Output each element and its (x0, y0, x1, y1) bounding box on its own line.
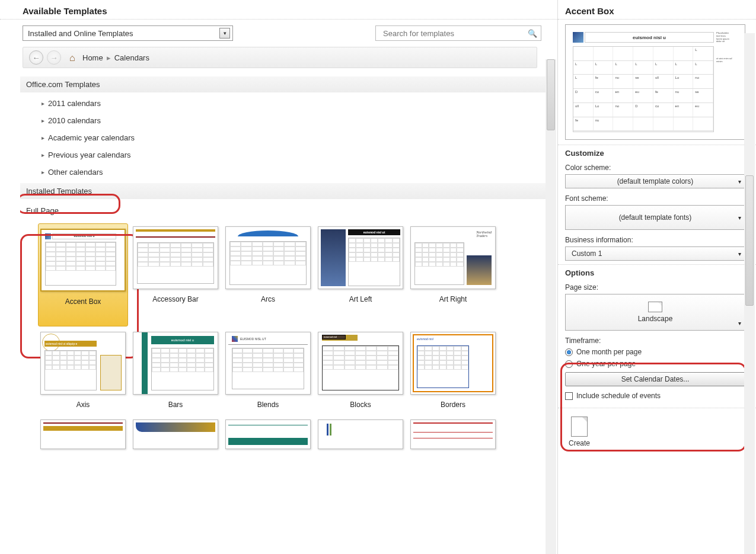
template-borders[interactable]: euismod nisl Borders (408, 329, 498, 414)
template-label: Bars (168, 398, 183, 411)
search-box[interactable]: 🔍 (375, 25, 541, 41)
template-bars[interactable]: euismod nisl u Bars (130, 329, 221, 414)
template-thumb: euismod nisl (318, 332, 403, 395)
create-label: Create (569, 439, 590, 447)
template-accessory-bar[interactable]: Accessory Bar (130, 223, 221, 326)
template-label: Axis (76, 398, 90, 411)
search-input[interactable] (382, 28, 524, 39)
tree-item-2010[interactable]: 2010 calendars (20, 112, 546, 129)
template-row3-1[interactable] (38, 417, 128, 452)
details-title: Accent Box (558, 0, 756, 20)
template-thumb: EUISMOD NISL UT (225, 332, 311, 395)
breadcrumb-current[interactable]: Calendars (114, 53, 149, 62)
template-source-value: Installed and Online Templates (28, 29, 133, 38)
template-thumb: euismod nisl ut aliquip e (40, 332, 126, 395)
template-axis[interactable]: euismod nisl ut aliquip e Axis (38, 329, 128, 414)
page-size-dropdown[interactable]: Landscape (565, 294, 745, 331)
template-row3-4[interactable] (315, 417, 406, 452)
installed-templates-header[interactable]: Installed Templates (20, 183, 546, 199)
preview-calendar-grid: L LLLLLLL LfenuseullLono Dcoeneufenuse u… (573, 46, 714, 132)
template-thumb: euismod nisl u (40, 229, 126, 292)
search-icon[interactable]: 🔍 (528, 29, 537, 38)
scrollbar-thumb[interactable] (745, 175, 754, 306)
checkbox-icon[interactable] (565, 392, 573, 400)
color-scheme-label: Color scheme: (558, 161, 756, 173)
business-info-dropdown[interactable]: Custom 1 (565, 246, 745, 261)
template-label: Art Left (349, 293, 372, 306)
template-source-dropdown[interactable]: Installed and Online Templates ▾ (23, 25, 233, 41)
forward-button[interactable]: → (47, 50, 61, 65)
include-events-checkbox[interactable]: Include schedule of events (558, 390, 756, 402)
template-label: Art Right (439, 293, 467, 306)
radio-one-month[interactable]: One month per page (558, 346, 756, 358)
template-thumb: euismod nisl (410, 332, 496, 395)
tree-item-other[interactable]: Other calendars (20, 164, 546, 181)
template-thumb: NorthwindTraders (410, 226, 496, 289)
left-scrollbar[interactable] (546, 59, 556, 554)
tree-item-academic[interactable]: Academic year calendars (20, 129, 546, 146)
radio-icon[interactable] (565, 360, 573, 368)
template-label: Accessory Bar (152, 293, 198, 306)
template-thumb: euismod nisl ut (318, 226, 403, 289)
scrollbar-thumb[interactable] (547, 59, 555, 130)
template-label: Blends (257, 398, 279, 411)
template-label: Blocks (350, 398, 371, 411)
template-label: Arcs (261, 293, 275, 306)
full-page-subheading: Full Page (20, 201, 546, 220)
template-label: Accent Box (65, 295, 101, 308)
tree-item-previous[interactable]: Previous year calendars (20, 146, 546, 164)
template-content: Office.com Templates 2011 calendars 2010… (20, 74, 546, 548)
breadcrumb-home[interactable]: Home (82, 53, 103, 62)
include-events-label: Include schedule of events (576, 392, 661, 400)
customize-heading: Customize (558, 145, 756, 161)
template-art-left[interactable]: euismod nisl ut Art Left (315, 223, 406, 326)
available-templates-heading: Available Templates (0, 0, 557, 20)
template-row3-5[interactable] (408, 417, 498, 452)
template-thumb (133, 226, 218, 289)
template-preview: euismod nisl u L LLLLLLL LfenuseullLono … (565, 24, 745, 140)
top-controls: Installed and Online Templates ▾ 🔍 (0, 20, 557, 47)
details-pane: Accent Box euismod nisl u L LLLLLLL Lfen… (557, 0, 756, 554)
radio-icon[interactable] (565, 348, 573, 356)
template-thumb: euismod nisl u (133, 332, 218, 395)
dropdown-arrow-icon[interactable]: ▾ (219, 28, 230, 39)
page-size-value: Landscape (638, 315, 673, 323)
set-calendar-dates-button[interactable]: Set Calendar Dates... (565, 372, 745, 386)
home-icon[interactable] (69, 53, 79, 62)
template-label: Borders (441, 398, 465, 411)
template-accent-box[interactable]: euismod nisl u Accent Box (38, 223, 128, 326)
back-button[interactable]: ← (29, 50, 43, 65)
options-heading: Options (558, 264, 756, 281)
template-row3-2[interactable] (130, 417, 221, 452)
timeframe-label: Timeframe: (558, 334, 756, 346)
radio-one-year[interactable]: One year per page (558, 358, 756, 370)
template-art-right[interactable]: NorthwindTraders Art Right (408, 223, 498, 326)
template-grid: euismod nisl u Accent Box (20, 220, 546, 476)
create-zone: Create (558, 408, 756, 456)
template-blocks[interactable]: euismod nisl Blocks (315, 329, 406, 414)
template-arcs[interactable]: Arcs (223, 223, 313, 326)
create-button[interactable]: Create (565, 414, 594, 450)
color-scheme-dropdown[interactable]: (default template colors) (565, 174, 745, 188)
radio-year-label: One year per page (576, 360, 636, 368)
page-size-label: Page size: (558, 281, 756, 293)
preview-title: euismod nisl u (585, 32, 714, 43)
landscape-icon (648, 302, 662, 312)
chevron-right-icon: ▸ (107, 53, 111, 62)
template-blends[interactable]: EUISMOD NISL UT Blends (223, 329, 313, 414)
preview-accent-icon (573, 32, 583, 43)
breadcrumb-bar: ← → Home ▸ Calendars (23, 47, 537, 68)
office-templates-header[interactable]: Office.com Templates (20, 76, 546, 92)
tree-item-2011[interactable]: 2011 calendars (20, 95, 546, 112)
radio-month-label: One month per page (576, 348, 642, 356)
templates-pane: Available Templates Installed and Online… (0, 0, 557, 554)
font-scheme-dropdown[interactable]: (default template fonts) (565, 205, 745, 230)
preview-side-text: Placeholdertext lineslorem ipsumdolor si… (716, 32, 739, 132)
template-thumb (225, 226, 311, 289)
template-row3-3[interactable] (223, 417, 313, 452)
font-scheme-label: Font scheme: (558, 192, 756, 204)
business-info-label: Business information: (558, 233, 756, 245)
right-scrollbar[interactable] (744, 33, 755, 554)
document-icon (571, 417, 588, 437)
